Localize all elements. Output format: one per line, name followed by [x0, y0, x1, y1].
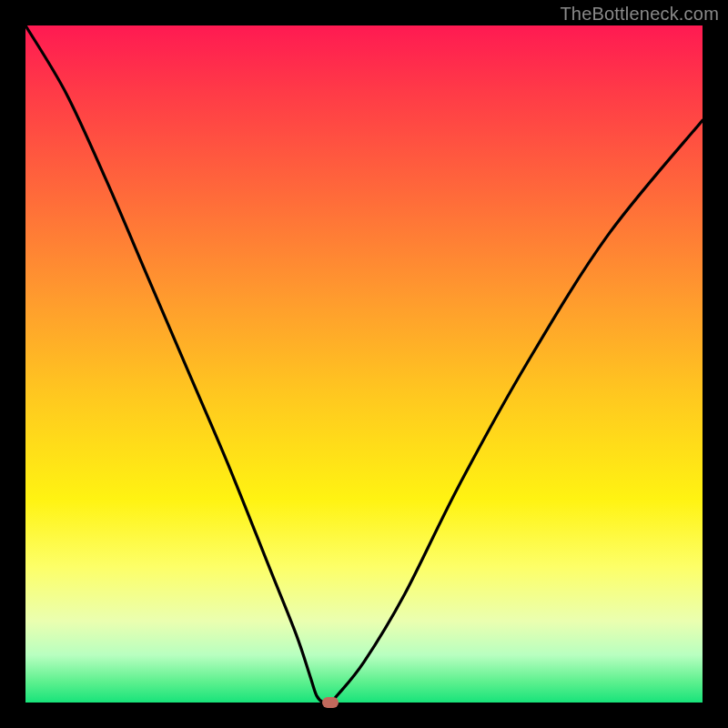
min-marker: [322, 697, 339, 708]
chart-frame: TheBottleneck.com: [0, 0, 728, 728]
bottleneck-curve: [25, 25, 703, 703]
plot-area: [25, 25, 703, 703]
curve-svg: [25, 25, 703, 703]
watermark-label: TheBottleneck.com: [560, 4, 719, 25]
